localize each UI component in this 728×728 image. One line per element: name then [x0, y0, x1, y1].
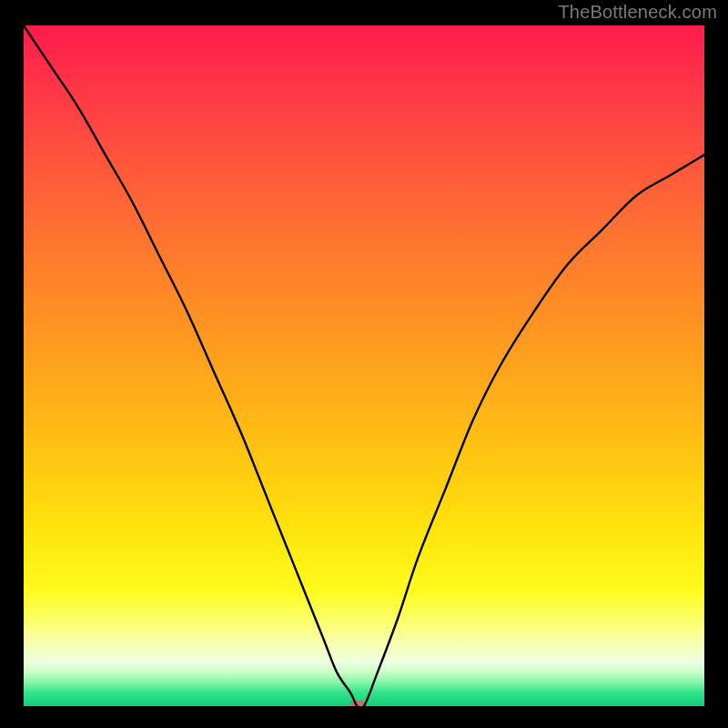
watermark-text: TheBottleneck.com — [558, 2, 717, 23]
plot-area — [24, 25, 704, 706]
bottleneck-curve — [24, 25, 704, 706]
chart-frame: TheBottleneck.com — [0, 0, 728, 728]
